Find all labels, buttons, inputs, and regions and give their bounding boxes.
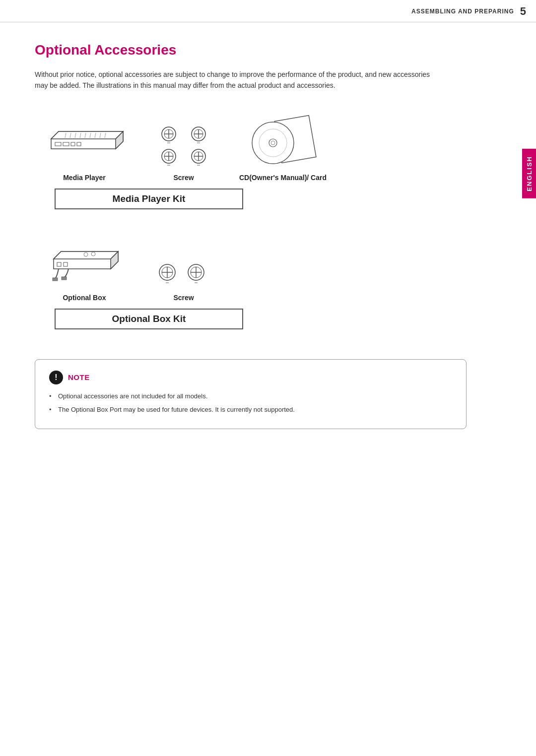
cd-image xyxy=(243,114,323,169)
optional-box-item: Optional Box xyxy=(35,229,134,302)
optional-box-label: Optional Box xyxy=(63,294,106,302)
optional-box-kit-box: Optional Box Kit xyxy=(55,309,243,329)
screw-image-box xyxy=(151,259,216,289)
main-content: Optional Accessories Without prior notic… xyxy=(0,22,536,449)
cd-label: CD(Owner's Manual)/ Card xyxy=(239,174,327,182)
note-section: ! NOTE Optional accessories are not incl… xyxy=(35,359,467,430)
intro-text: Without prior notice, optional accessori… xyxy=(35,69,442,91)
media-player-items-row: Media Player xyxy=(35,109,496,182)
media-player-image xyxy=(41,109,128,169)
note-item-1: Optional accessories are not included fo… xyxy=(49,391,452,402)
screw-label-box: Screw xyxy=(173,294,194,302)
language-tab: English xyxy=(522,149,536,198)
page-title: Optional Accessories xyxy=(35,42,496,58)
media-player-kit-box: Media Player Kit xyxy=(55,189,243,209)
screw-item-box: Screw xyxy=(134,259,233,302)
optional-box-kit-section: Optional Box xyxy=(35,229,496,329)
svg-point-40 xyxy=(269,139,277,147)
svg-rect-45 xyxy=(62,277,67,280)
note-header: ! NOTE xyxy=(49,371,452,384)
section-label: Assembling and Preparing xyxy=(411,8,514,15)
optional-box-image xyxy=(41,229,128,289)
svg-rect-44 xyxy=(53,278,58,281)
note-item-2: The Optional Box Port may be used for fu… xyxy=(49,405,452,415)
media-player-kit-section: Media Player xyxy=(35,109,496,209)
screw-image-media xyxy=(151,119,216,169)
page-number: 5 xyxy=(520,5,526,18)
screw-item-media: Screw xyxy=(134,119,233,182)
top-bar: Assembling and Preparing 5 xyxy=(0,0,536,22)
note-icon: ! xyxy=(49,371,63,384)
screw-label-media: Screw xyxy=(173,174,194,182)
note-title: NOTE xyxy=(68,373,90,381)
cd-item: CD(Owner's Manual)/ Card xyxy=(233,114,333,182)
media-player-label: Media Player xyxy=(63,174,106,182)
optional-box-items-row: Optional Box xyxy=(35,229,496,302)
note-list: Optional accessories are not included fo… xyxy=(49,391,452,415)
media-player-item: Media Player xyxy=(35,109,134,182)
